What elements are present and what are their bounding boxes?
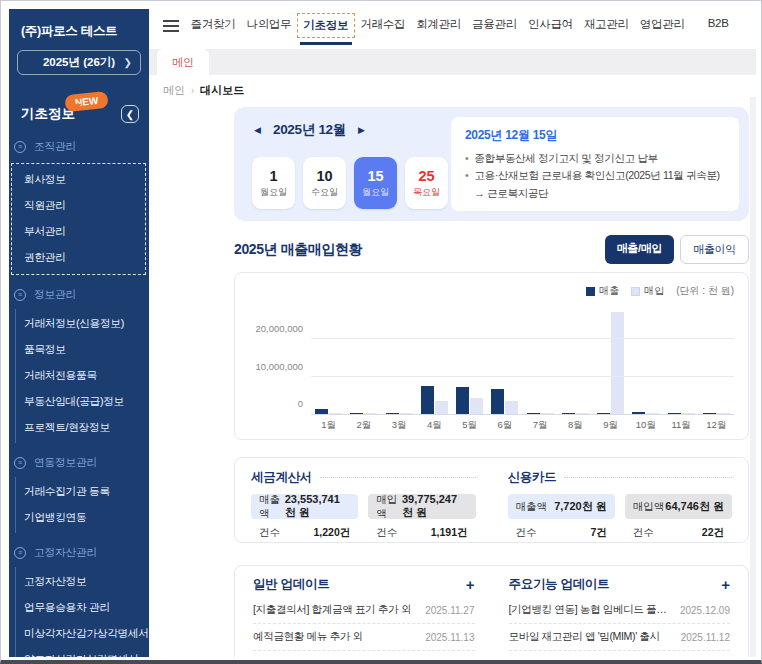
x-axis-label: 8월: [558, 419, 593, 432]
prev-month-icon[interactable]: ◀: [254, 125, 261, 135]
sidebar-item[interactable]: 부동산임대(공급)정보: [24, 389, 149, 415]
hamburger-menu-icon[interactable]: [163, 17, 179, 35]
chart-title: 2025년 매출매입현황: [234, 241, 362, 259]
day-card[interactable]: 25목요일: [405, 157, 448, 209]
company-name: (주)파로스 테스트: [9, 9, 149, 40]
bar-매출: [386, 413, 399, 415]
bar-매입: [576, 413, 589, 415]
sidebar-item[interactable]: 거래처전용품목: [24, 363, 149, 389]
feature-updates-title: 주요기능 업데이트: [509, 576, 610, 593]
bar-매출: [668, 413, 681, 415]
bar-매출: [597, 413, 610, 415]
nav-tab-B2B[interactable]: B2B: [690, 13, 746, 38]
tab-main[interactable]: 메인: [157, 49, 209, 75]
main-area: 즐겨찾기나의업무기초정보거래수집회계관리금융관리인사급여재고관리영업관리B2B …: [149, 9, 756, 657]
stats-card: 세금계산서 매출액 23,553,741천 원 매입액 39,775,247천 …: [234, 457, 749, 543]
sidebar-section-header[interactable]: ≡연동정보관리: [9, 449, 149, 477]
sidebar-collapse-button[interactable]: ❮: [121, 105, 139, 123]
sales-purchase-chart: 매출 매입 (단위 : 천 원) 010,000,00020,000,000 1…: [234, 272, 749, 440]
sidebar-item[interactable]: 권한관리: [24, 245, 145, 271]
update-list-item[interactable]: [지출결의서] 합계금액 표기 추가 외2025.11.27: [253, 597, 475, 624]
sidebar-item[interactable]: 거래처정보(신용정보): [24, 311, 149, 337]
y-axis-label: 10,000,000: [249, 360, 303, 371]
bar-매입: [505, 401, 518, 414]
chart-header: 2025년 매출매입현황 매출/매입 매출이익: [234, 235, 749, 264]
sidebar-item[interactable]: 고정자산정보: [24, 569, 149, 595]
general-updates-title: 일반 업데이트: [253, 576, 329, 593]
sidebar-item[interactable]: 프로젝트/현장정보: [24, 415, 149, 441]
day-weekday: 수요일: [311, 186, 338, 199]
bullet-icon: •: [465, 150, 468, 167]
sidebar-item[interactable]: 거래수집기관 등록: [24, 479, 149, 505]
day-card[interactable]: 1월요일: [252, 157, 295, 209]
x-axis-label: 5월: [452, 419, 487, 432]
day-card[interactable]: 15월요일: [354, 157, 397, 209]
credit-card-stats: 신용카드 매출액 7,720천 원 매입액 64,746천 원: [508, 469, 733, 531]
bar-group: [382, 303, 417, 414]
tax-invoice-title: 세금계산서: [251, 469, 312, 486]
divider: [320, 477, 475, 478]
sidebar-section-header[interactable]: ≡조직관리: [9, 133, 149, 161]
sidebar-item[interactable]: 회사정보: [24, 167, 145, 193]
legend-purchase-swatch: [631, 287, 640, 296]
bar-매출: [456, 387, 469, 414]
scrollbar[interactable]: [750, 97, 756, 657]
dashboard-content: ◀ 2025년 12월 ▶ 1월요일10수요일15월요일25목요일26금요일 ❮…: [234, 97, 749, 657]
sidebar-item[interactable]: 양도자산감가상각명세서: [24, 647, 149, 657]
chevron-right-icon: ❯: [124, 57, 132, 68]
nav-tab-기초정보[interactable]: 기초정보: [297, 13, 355, 38]
sidebar-section-label: 정보관리: [34, 288, 76, 302]
plus-icon[interactable]: +: [466, 577, 475, 592]
sidebar-section-label: 고정자산관리: [34, 546, 97, 560]
nav-tab-영업관리[interactable]: 영업관리: [634, 13, 690, 38]
plus-icon[interactable]: +: [721, 577, 730, 592]
chart-legend: 매출 매입 (단위 : 천 원): [249, 283, 734, 299]
fiscal-year-selector[interactable]: 2025년 (26기) ❯: [17, 50, 141, 75]
update-list-item[interactable]: 알림 테스트2025.11.04: [253, 651, 475, 657]
top-navigation: 즐겨찾기나의업무기초정보거래수집회계관리금융관리인사급여재고관리영업관리B2B: [149, 9, 756, 42]
sidebar-item[interactable]: 기업뱅킹연동: [24, 505, 149, 531]
tax-purchase-count: 건수 1,191건: [368, 526, 475, 540]
section-bullet-icon: ≡: [14, 289, 26, 301]
breadcrumb-root[interactable]: 메인: [163, 83, 185, 98]
update-date: 2025.12.09: [680, 605, 730, 616]
nav-tab-거래수집[interactable]: 거래수집: [355, 13, 411, 38]
profit-toggle-button[interactable]: 매출이익: [680, 235, 749, 264]
y-axis-label: 20,000,000: [249, 323, 303, 334]
sidebar-section-header[interactable]: ≡정보관리: [9, 281, 149, 309]
sidebar-item[interactable]: 부서관리: [24, 219, 145, 245]
bar-매입: [717, 413, 730, 415]
update-list-item[interactable]: 모바일 재고관리 앱 '밈(MIM)' 출시2025.11.12: [509, 624, 731, 651]
card-purchase-box: 매입액 64,746천 원: [625, 494, 732, 519]
x-axis-label: 11월: [664, 419, 699, 432]
sidebar-item[interactable]: 미상각자산감가상각명세서: [24, 621, 149, 647]
nav-tab-재고관리[interactable]: 재고관리: [578, 13, 634, 38]
bar-매입: [435, 401, 448, 414]
sales-purchase-toggle-button[interactable]: 매출/매입: [605, 235, 675, 264]
divider: [564, 477, 732, 478]
sidebar-section-header[interactable]: ≡고정자산관리: [9, 539, 149, 567]
sidebar-item[interactable]: 품목정보: [24, 337, 149, 363]
update-list-item[interactable]: 예적금현황 메뉴 추가 외2025.11.13: [253, 624, 475, 651]
nav-tab-회계관리[interactable]: 회계관리: [411, 13, 467, 38]
bar-매출: [350, 413, 363, 415]
x-axis-label: 2월: [346, 419, 381, 432]
sidebar-item[interactable]: 업무용승용차 관리: [24, 595, 149, 621]
next-month-icon[interactable]: ▶: [358, 125, 365, 135]
tax-purchase-box: 매입액 39,775,247천 원: [368, 494, 475, 519]
sidebar-section-items: 거래처정보(신용정보)품목정보거래처전용품목부동산임대(공급)정보프로젝트/현장…: [15, 309, 149, 443]
nav-tab-금융관리[interactable]: 금융관리: [467, 13, 523, 38]
update-list-item[interactable]: [기업뱅킹 연동] 농협 임베디드 플랫폼 연...2025.12.09: [509, 597, 731, 624]
sidebar-item[interactable]: 직원관리: [24, 193, 145, 219]
day-card[interactable]: 10수요일: [303, 157, 346, 209]
day-weekday: 목요일: [413, 186, 440, 199]
update-list-item[interactable]: 일/월계표 '현금/대체 구분조회' 탭 추가2025.11.11: [509, 651, 731, 657]
sidebar-section-items: 회사정보직원관리부서관리권한관리: [11, 163, 146, 275]
update-date: 2025.11.13: [425, 632, 474, 643]
nav-tab-나의업무[interactable]: 나의업무: [241, 13, 297, 38]
update-title: 모바일 재고관리 앱 '밈(MIM)' 출시: [509, 630, 660, 644]
bar-매입: [329, 413, 342, 415]
nav-tab-즐겨찾기[interactable]: 즐겨찾기: [185, 13, 241, 38]
bar-group: [593, 303, 628, 414]
nav-tab-인사급여[interactable]: 인사급여: [522, 13, 578, 38]
